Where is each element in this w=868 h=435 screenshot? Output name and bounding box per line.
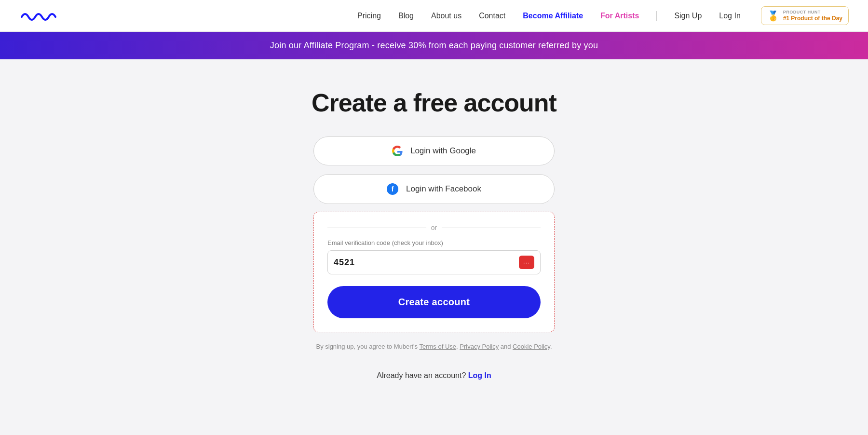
header-right: 🥇 PRODUCT HUNT #1 Product of the Day	[761, 6, 849, 25]
nav-about-us[interactable]: About us	[431, 12, 461, 20]
facebook-icon: f	[387, 183, 398, 195]
sms-icon[interactable]: ···	[519, 256, 534, 269]
login-link[interactable]: Log In	[468, 371, 491, 380]
or-text: or	[431, 224, 437, 231]
logo-container	[19, 6, 58, 26]
email-code-label: Email verification code (check your inbo…	[327, 239, 541, 246]
google-icon	[392, 146, 403, 156]
nav-contact[interactable]: Contact	[479, 12, 505, 20]
login-facebook-label: Login with Facebook	[406, 184, 481, 194]
terms-link[interactable]: Terms of Use	[419, 343, 456, 350]
ph-title: #1 Product of the Day	[783, 15, 842, 22]
nav-log-in[interactable]: Log In	[719, 12, 740, 20]
ph-label: PRODUCT HUNT	[783, 10, 842, 15]
login-facebook-button[interactable]: f Login with Facebook	[313, 174, 555, 204]
email-form-box: or Email verification code (check your i…	[313, 212, 555, 332]
login-prompt: Already have an account? Log In	[377, 371, 491, 380]
or-line-left	[327, 228, 426, 228]
or-divider: or	[327, 224, 541, 231]
social-login-buttons: Login with Google f Login with Facebook	[313, 136, 555, 204]
code-input-wrapper: ···	[327, 250, 541, 274]
nav-for-artists[interactable]: For Artists	[600, 12, 639, 20]
logo-icon[interactable]	[19, 6, 58, 26]
login-google-label: Login with Google	[410, 146, 476, 156]
cookie-link[interactable]: Cookie Policy	[513, 343, 550, 350]
create-account-button[interactable]: Create account	[327, 286, 541, 318]
terms-text: By signing up, you agree to Mubert's Ter…	[313, 342, 555, 352]
verification-code-input[interactable]	[334, 258, 519, 268]
nav-divider	[656, 11, 657, 21]
already-account-text: Already have an account?	[377, 371, 466, 380]
nav-sign-up[interactable]: Sign Up	[674, 12, 702, 20]
sms-dots: ···	[523, 259, 530, 266]
nav-become-affiliate[interactable]: Become Affiliate	[523, 12, 583, 20]
main-content: Create a free account Login with Google …	[0, 59, 868, 380]
nav-blog[interactable]: Blog	[398, 12, 414, 20]
page-title: Create a free account	[312, 88, 556, 117]
main-nav: Pricing Blog About us Contact Become Aff…	[357, 11, 741, 21]
login-google-button[interactable]: Login with Google	[313, 136, 555, 165]
ph-medal-icon: 🥇	[767, 10, 779, 22]
affiliate-banner[interactable]: Join our Affiliate Program - receive 30%…	[0, 32, 868, 59]
header: Pricing Blog About us Contact Become Aff…	[0, 0, 868, 32]
privacy-link[interactable]: Privacy Policy	[460, 343, 499, 350]
product-hunt-badge[interactable]: 🥇 PRODUCT HUNT #1 Product of the Day	[761, 6, 849, 25]
nav-pricing[interactable]: Pricing	[357, 12, 381, 20]
ph-text-container: PRODUCT HUNT #1 Product of the Day	[783, 10, 842, 22]
or-line-right	[442, 228, 541, 228]
banner-text: Join our Affiliate Program - receive 30%…	[270, 41, 598, 50]
